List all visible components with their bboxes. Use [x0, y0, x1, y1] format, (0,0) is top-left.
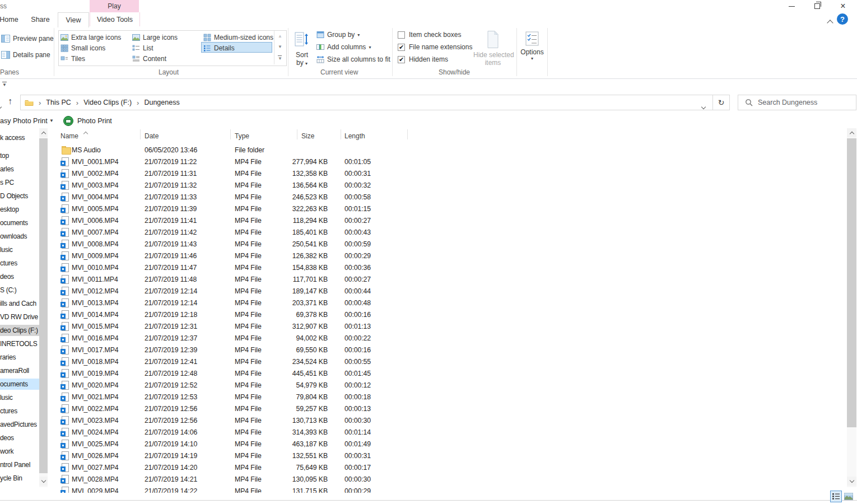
file-row[interactable]: MVI_0004.MP421/07/2019 11:33MP4 File246,… [48, 192, 847, 203]
file-row[interactable]: MVI_0002.MP421/07/2019 11:31MP4 File132,… [48, 168, 847, 180]
file-row[interactable]: MS Audio06/05/2020 13:46File folder [48, 144, 847, 156]
file-row[interactable]: MVI_0017.MP421/07/2019 12:39MP4 File69,5… [48, 344, 847, 356]
file-row[interactable]: MVI_0016.MP421/07/2019 12:37MP4 File94,0… [48, 333, 847, 344]
layout-item-content[interactable]: Content [132, 53, 166, 64]
preview-pane-button[interactable]: Preview pane [1, 35, 54, 43]
layout-item-medium-icons[interactable]: Medium-sized icons [203, 32, 273, 43]
address-bar[interactable]: › This PC › Video Clips (F:) › Dungeness [20, 95, 713, 110]
file-row[interactable]: MVI_0021.MP421/07/2019 12:53MP4 File79,8… [48, 391, 847, 403]
sort-by-button[interactable]: Sort by ▾ [292, 31, 311, 67]
column-header-size[interactable]: Size [301, 132, 314, 140]
customize-quick-access-toolbar-button[interactable]: ▼ [2, 82, 7, 87]
file-row[interactable]: MVI_0001.MP421/07/2019 11:22MP4 File277,… [48, 156, 847, 168]
gallery-expand-icon[interactable]: ▼ [278, 55, 282, 61]
breadcrumb-this-pc[interactable]: This PC [46, 99, 71, 106]
column-header-type[interactable]: Type [235, 132, 249, 140]
list-scroll-down-button[interactable] [847, 477, 856, 486]
sidebar-item[interactable]: k access [0, 131, 39, 144]
tab-video-tools[interactable]: Video Tools [90, 12, 140, 26]
file-row[interactable]: MVI_0011.MP421/07/2019 11:48MP4 File117,… [48, 274, 847, 286]
column-divider[interactable] [230, 129, 231, 139]
item-check-boxes-checkbox[interactable]: Item check boxes [398, 31, 461, 39]
file-row[interactable]: MVI_0023.MP421/07/2019 12:56MP4 File130,… [48, 415, 847, 427]
add-columns-button[interactable]: Add columns ▾ [316, 43, 371, 51]
sidebar-item[interactable]: ills and Cach [0, 297, 39, 310]
file-row[interactable]: MVI_0019.MP421/07/2019 12:48MP4 File445,… [48, 368, 847, 380]
tab-view[interactable]: View [58, 12, 89, 27]
list-scroll-up-button[interactable] [847, 128, 856, 137]
sidebar-item[interactable]: deos [0, 431, 39, 445]
options-button[interactable]: Options ▾ [520, 31, 544, 61]
file-row[interactable]: MVI_0007.MP421/07/2019 11:42MP4 File185,… [48, 227, 847, 239]
details-pane-button[interactable]: Details pane [1, 51, 50, 59]
sidebar-item[interactable]: deos [0, 270, 39, 283]
file-row[interactable]: MVI_0026.MP421/07/2019 14:19MP4 File132,… [48, 450, 847, 462]
breadcrumb-video-clips[interactable]: Video Clips (F:) [83, 99, 132, 106]
file-row[interactable]: MVI_0027.MP421/07/2019 14:20MP4 File75,6… [48, 462, 847, 474]
sidebar-item[interactable]: S (C:) [0, 283, 39, 297]
column-divider[interactable] [140, 129, 141, 139]
sidebar-item[interactable]: s PC [0, 176, 39, 189]
restore-button[interactable] [808, 0, 826, 12]
details-view-toggle-button[interactable] [830, 491, 842, 502]
tab-share[interactable]: Share [27, 12, 54, 26]
file-row[interactable]: MVI_0029.MP421/07/2019 14:22MP4 File131,… [48, 486, 847, 493]
sidebar-item[interactable]: ocuments [0, 379, 39, 390]
file-row[interactable]: MVI_0020.MP421/07/2019 12:52MP4 File54,9… [48, 380, 847, 391]
sidebar-scroll-down-button[interactable] [39, 477, 48, 486]
file-row[interactable]: MVI_0005.MP421/07/2019 11:39MP4 File322,… [48, 203, 847, 215]
easy-photo-print-dropdown-icon[interactable]: ▼ [49, 119, 54, 123]
sidebar-item[interactable]: ycle Bin [0, 472, 39, 485]
column-header-date[interactable]: Date [145, 132, 159, 140]
file-row[interactable]: MVI_0010.MP421/07/2019 11:47MP4 File154,… [48, 262, 847, 274]
file-row[interactable]: MVI_0003.MP421/07/2019 11:32MP4 File136,… [48, 180, 847, 192]
layout-item-list[interactable]: List [132, 43, 153, 53]
refresh-button[interactable]: ↻ [712, 95, 730, 110]
forward-history-chevron[interactable] [0, 101, 1, 111]
sidebar-item[interactable]: arles [0, 162, 39, 176]
minimize-button[interactable] [783, 0, 800, 12]
breadcrumb-dungeness[interactable]: Dungeness [144, 99, 179, 106]
tab-home[interactable]: Home [0, 12, 22, 26]
sidebar-item[interactable]: D Objects [0, 189, 39, 203]
file-row[interactable]: MVI_0018.MP421/07/2019 12:41MP4 File234,… [48, 356, 847, 368]
sidebar-item[interactable]: lusic [0, 391, 39, 404]
sidebar-item[interactable]: esktop [0, 203, 39, 216]
column-divider[interactable] [297, 129, 297, 139]
column-divider[interactable] [407, 129, 408, 139]
thumbnail-view-toggle-button[interactable] [843, 491, 854, 502]
address-dropdown-button[interactable] [702, 101, 705, 111]
file-row[interactable]: MVI_0012.MP421/07/2019 12:14MP4 File189,… [48, 286, 847, 297]
sidebar-item[interactable]: ownloads [0, 230, 39, 243]
sidebar-scrollbar-thumb[interactable] [39, 138, 48, 473]
size-all-columns-button[interactable]: Size all columns to fit [316, 55, 390, 63]
layout-item-large-icons[interactable]: Large icons [132, 32, 178, 43]
file-row[interactable]: MVI_0009.MP421/07/2019 11:46MP4 File126,… [48, 250, 847, 262]
file-row[interactable]: MVI_0013.MP421/07/2019 12:14MP4 File203,… [48, 297, 847, 309]
sidebar-item[interactable]: ctures [0, 256, 39, 270]
column-header-name[interactable]: Name [60, 132, 78, 140]
easy-photo-print-button[interactable]: asy Photo Print [0, 117, 48, 125]
hide-selected-items-button[interactable]: Hide selected items [473, 30, 513, 67]
column-divider[interactable] [341, 129, 341, 139]
layout-item-extra-large-icons[interactable]: Extra large icons [60, 32, 121, 43]
sidebar-item[interactable]: INRETOOLS ( [0, 337, 39, 351]
file-row[interactable]: MVI_0028.MP421/07/2019 14:21MP4 File130,… [48, 474, 847, 486]
sidebar-item[interactable]: work [0, 445, 39, 458]
sidebar-scroll-up-button[interactable] [39, 128, 48, 137]
layout-item-tiles[interactable]: Tiles [60, 53, 85, 64]
sidebar-item[interactable]: top [0, 149, 39, 162]
file-name-extensions-checkbox[interactable]: ✔ File name extensions [398, 43, 472, 51]
sidebar-item[interactable]: deo Clips (F:) [0, 325, 39, 336]
column-header-length[interactable]: Length [344, 132, 365, 140]
search-box[interactable]: Search Dungeness [738, 95, 856, 110]
file-row[interactable]: MVI_0015.MP421/07/2019 12:31MP4 File312,… [48, 321, 847, 333]
sidebar-item[interactable]: lusic [0, 243, 39, 256]
sidebar-item[interactable]: ocuments [0, 216, 39, 230]
contextual-tab-group-play[interactable]: Play [90, 0, 139, 12]
list-scrollbar-thumb[interactable] [847, 138, 856, 427]
help-button[interactable]: ? [837, 13, 848, 25]
file-row[interactable]: MVI_0025.MP421/07/2019 14:10MP4 File463,… [48, 438, 847, 450]
sidebar-item[interactable]: avedPictures [0, 418, 39, 431]
up-one-level-button[interactable]: ↑ [8, 96, 12, 106]
